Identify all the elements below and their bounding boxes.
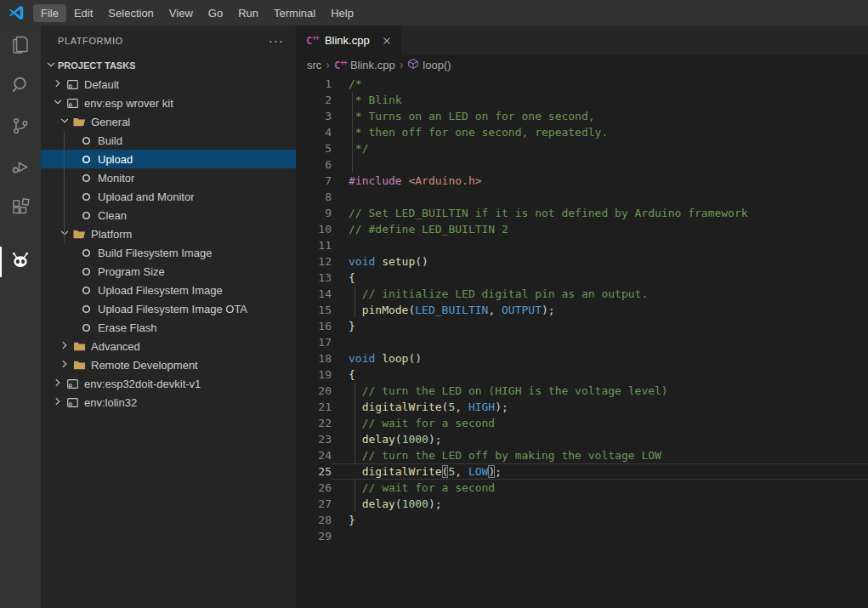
line-number: 23	[296, 431, 332, 447]
more-actions-icon[interactable]: ···	[269, 37, 284, 45]
line-content: {	[332, 367, 868, 383]
code-line-21[interactable]: 21 digitalWrite(5, HIGH);	[296, 399, 868, 415]
code-line-20[interactable]: 20 // turn the LED on (HIGH is the volta…	[296, 383, 868, 399]
chevron-down-icon[interactable]	[51, 96, 65, 110]
code-line-16[interactable]: 16}	[296, 318, 868, 334]
code-token: );	[542, 304, 555, 316]
chevron-right-icon	[52, 377, 64, 391]
chevron-right-icon[interactable]	[51, 377, 65, 390]
breadcrumb-item-loop[interactable]: loop()	[407, 58, 451, 72]
tab-blink-cpp[interactable]: C++ Blink.cpp	[296, 26, 401, 55]
code-token: // turn the LED on (HIGH is the voltage …	[362, 384, 668, 397]
tree-item-upload-filesystem-image[interactable]: Upload Filesystem Image	[41, 281, 296, 299]
code-line-8[interactable]: 8	[296, 189, 868, 205]
line-content: // Set LED_BUILTIN if it is not defined …	[332, 205, 868, 221]
sidebar-title: PLATFORMIO	[58, 36, 123, 46]
tree-item-build[interactable]: Build	[41, 131, 296, 150]
code-line-11[interactable]: 11	[296, 237, 868, 253]
code-line-12[interactable]: 12void setup()	[296, 253, 868, 270]
tree-item-monitor[interactable]: Monitor	[41, 168, 296, 187]
chevron-down-icon[interactable]	[44, 59, 58, 72]
code-line-17[interactable]: 17	[296, 334, 868, 350]
line-content: // #define LED_BUILTIN 2	[332, 221, 868, 237]
code-line-24[interactable]: 24 // turn the LED off by making the vol…	[296, 447, 868, 463]
tree-item-default[interactable]: Default	[41, 75, 296, 94]
code-token: // wait for a second	[362, 481, 496, 494]
chevron-down-icon[interactable]	[58, 115, 71, 128]
line-number: 28	[296, 512, 332, 528]
close-icon[interactable]	[381, 35, 393, 47]
menu-item-edit[interactable]: Edit	[66, 4, 100, 22]
tree-item-build-filesystem-image[interactable]: Build Filesystem Image	[41, 243, 296, 262]
chevron-right-icon[interactable]	[51, 77, 65, 91]
activity-item-search[interactable]	[0, 66, 41, 107]
breadcrumb-item-src[interactable]: src	[307, 59, 321, 71]
code-line-3[interactable]: 3 * Turns on an LED on for one second,	[296, 108, 868, 124]
tree-item-upload-and-monitor[interactable]: Upload and Monitor	[41, 187, 296, 206]
twistie-spacer	[65, 208, 78, 222]
tree-item-general[interactable]: General	[41, 112, 296, 131]
chevron-right-icon[interactable]	[58, 358, 71, 372]
code-line-26[interactable]: 26 // wait for a second	[296, 480, 868, 496]
tree-item-label: PROJECT TASKS	[58, 60, 135, 71]
code-line-7[interactable]: 7#include <Arduino.h>	[296, 173, 868, 189]
folder-open-icon	[71, 115, 87, 128]
tree-item-remote-development[interactable]: Remote Development	[41, 355, 296, 374]
activity-item-platformio[interactable]	[0, 241, 41, 282]
line-content: }	[332, 318, 868, 334]
chevron-right-icon	[52, 395, 64, 410]
code-line-9[interactable]: 9// Set LED_BUILTIN if it is not defined…	[296, 205, 868, 221]
chevron-right-icon[interactable]	[58, 339, 71, 353]
menu-item-file[interactable]: File	[33, 4, 66, 22]
code-editor[interactable]: 1/*2 * Blink3 * Turns on an LED on for o…	[296, 74, 868, 608]
code-line-1[interactable]: 1/*	[296, 76, 868, 92]
chevron-right-icon[interactable]	[51, 395, 65, 409]
tree-item-env-esp-wrover-kit[interactable]: env:esp wrover kit	[41, 94, 296, 112]
line-content: // wait for a second	[332, 415, 868, 431]
tree-item-env-esp32doit-devkit-v1[interactable]: env:esp32doit-devkit-v1	[41, 374, 296, 393]
tree-item-platform[interactable]: Platform	[41, 224, 296, 243]
tree-item-upload-filesystem-image-ota[interactable]: Upload Filesystem Image OTA	[41, 299, 296, 318]
line-number: 12	[296, 253, 332, 270]
tree-item-upload[interactable]: Upload	[41, 150, 296, 168]
menu-item-help[interactable]: Help	[323, 4, 361, 22]
code-line-14[interactable]: 14 // initialize LED digital pin as an o…	[296, 286, 868, 302]
code-line-5[interactable]: 5 */	[296, 140, 868, 156]
code-line-23[interactable]: 23 delay(1000);	[296, 431, 868, 447]
code-line-28[interactable]: 28}	[296, 512, 868, 528]
code-line-25[interactable]: 25 digitalWrite(5, LOW);	[296, 463, 868, 480]
tree-item-clean[interactable]: Clean	[41, 206, 296, 224]
code-line-18[interactable]: 18void loop()	[296, 350, 868, 367]
menu-item-view[interactable]: View	[162, 4, 201, 22]
code-line-19[interactable]: 19{	[296, 367, 868, 383]
breadcrumb-item-blink-cpp[interactable]: C++Blink.cpp	[334, 59, 395, 71]
tree-item-erase-flash[interactable]: Erase Flash	[41, 318, 296, 337]
tree-item-project-tasks[interactable]: PROJECT TASKS	[41, 56, 296, 75]
activity-item-explorer[interactable]	[0, 26, 41, 66]
menu-item-go[interactable]: Go	[201, 4, 230, 22]
tree-item-program-size[interactable]: Program Size	[41, 262, 296, 281]
code-line-29[interactable]: 29	[296, 528, 868, 544]
activity-item-source-control[interactable]	[0, 107, 41, 148]
code-line-27[interactable]: 27 delay(1000);	[296, 496, 868, 512]
code-line-2[interactable]: 2 * Blink	[296, 92, 868, 108]
tree-item-env-lolin32[interactable]: env:lolin32	[41, 393, 296, 412]
menu-item-terminal[interactable]: Terminal	[266, 4, 323, 22]
activity-item-extensions[interactable]	[0, 189, 41, 230]
code-line-15[interactable]: 15 pinMode(LED_BUILTIN, OUTPUT);	[296, 302, 868, 318]
code-line-13[interactable]: 13{	[296, 270, 868, 286]
menu-item-run[interactable]: Run	[230, 4, 266, 22]
code-token: );	[495, 401, 508, 413]
code-line-22[interactable]: 22 // wait for a second	[296, 415, 868, 431]
code-token: LED_BUILTIN	[415, 304, 488, 316]
code-line-10[interactable]: 10// #define LED_BUILTIN 2	[296, 221, 868, 237]
code-token: * Blink	[349, 94, 402, 106]
indent-guide	[355, 302, 355, 318]
tree-item-advanced[interactable]: Advanced	[41, 337, 296, 355]
activity-item-run-debug[interactable]	[0, 148, 41, 189]
chevron-down-icon[interactable]	[58, 227, 71, 241]
menu-item-selection[interactable]: Selection	[100, 4, 161, 22]
code-line-4[interactable]: 4 * then off for one second, repeatedly.	[296, 124, 868, 140]
code-line-6[interactable]: 6	[296, 156, 868, 173]
breadcrumb-label: loop()	[423, 59, 451, 71]
